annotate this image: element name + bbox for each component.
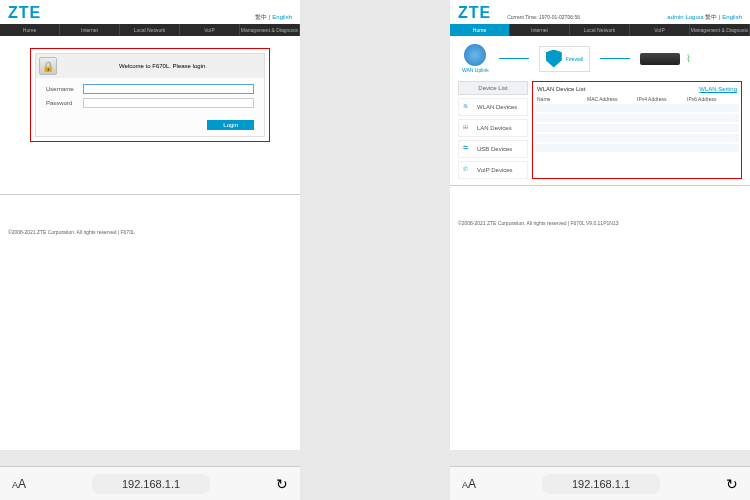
shield-icon <box>546 50 562 68</box>
top-nav: Home Internet Local Network VoIP Managem… <box>0 24 300 36</box>
network-topology: WAN Uplink Firewall ⌇ <box>450 36 750 81</box>
text-size-button[interactable]: AA <box>462 477 476 491</box>
panel-title: WLAN Device List <box>537 86 585 92</box>
lang-link[interactable]: English <box>722 14 742 20</box>
wifi-icon: ⌇ <box>686 53 691 64</box>
table-row <box>535 134 739 142</box>
login-screenshot: ZTE 繁中 | English Home Internet Local Net… <box>0 0 300 450</box>
router-icon[interactable] <box>640 53 680 65</box>
nav-mgmt[interactable]: Management & Diagnosis <box>690 24 750 36</box>
browser-toolbar: AA 192.168.1.1 ↻ <box>0 466 300 500</box>
nav-home[interactable]: Home <box>450 24 510 36</box>
browser-toolbar: AA 192.168.1.1 ↻ <box>450 466 750 500</box>
firewall-label[interactable]: Firewall <box>566 56 583 62</box>
globe-icon <box>464 44 486 66</box>
nav-home[interactable]: Home <box>0 24 60 36</box>
wan-label[interactable]: WAN Uplink <box>462 67 489 73</box>
sidebar-item-wlan[interactable]: ≋WLAN Devices <box>458 98 528 116</box>
username-label: Username <box>46 86 83 92</box>
login-button[interactable]: Login <box>207 120 254 130</box>
username-input[interactable] <box>83 84 254 94</box>
logout-link[interactable]: Logout <box>685 14 703 20</box>
table-row <box>535 114 739 122</box>
device-sidebar: Device List ≋WLAN Devices ⊞LAN Devices ⇋… <box>458 81 528 179</box>
nav-internet[interactable]: Internet <box>60 24 120 36</box>
reload-icon[interactable]: ↻ <box>726 476 738 492</box>
address-bar[interactable]: 192.168.1.1 <box>92 474 210 494</box>
nav-local[interactable]: Local Network <box>570 24 630 36</box>
home-screenshot: ZTE Current Time: 1970-01-02T06:56 admin… <box>450 0 750 450</box>
login-title: Welcome to F670L. Please login. <box>65 63 261 69</box>
table-row <box>535 104 739 112</box>
nav-voip[interactable]: VoIP <box>180 24 240 36</box>
login-box-highlight: 🔒 Welcome to F670L. Please login. Userna… <box>30 48 270 142</box>
sidebar-header: Device List <box>458 81 528 95</box>
address-bar[interactable]: 192.168.1.1 <box>542 474 660 494</box>
table-row <box>535 124 739 132</box>
lang-switch[interactable]: 繁中 | English <box>255 13 292 22</box>
sidebar-item-voip[interactable]: ✆VoIP Devices <box>458 161 528 179</box>
brand-logo: ZTE <box>8 4 41 22</box>
reload-icon[interactable]: ↻ <box>276 476 288 492</box>
admin-link[interactable]: admin <box>667 14 683 20</box>
password-input[interactable] <box>83 98 254 108</box>
text-size-button[interactable]: AA <box>12 477 26 491</box>
footer-copyright: ©2008-2021 ZTE Corporation. All rights r… <box>0 225 300 239</box>
nav-voip[interactable]: VoIP <box>630 24 690 36</box>
top-nav: Home Internet Local Network VoIP Managem… <box>450 24 750 36</box>
nav-internet[interactable]: Internet <box>510 24 570 36</box>
sidebar-item-lan[interactable]: ⊞LAN Devices <box>458 119 528 137</box>
table-header: Name MAC Address IPv4 Address IPv6 Addre… <box>535 94 739 104</box>
password-label: Password <box>46 100 83 106</box>
footer-copyright: ©2008-2021 ZTE Corporation. All rights r… <box>450 216 750 230</box>
sidebar-item-usb[interactable]: ⇋USB Devices <box>458 140 528 158</box>
lock-icon: 🔒 <box>39 57 57 75</box>
wlan-panel-highlight: WLAN Device List WLAN Setting Name MAC A… <box>532 81 742 179</box>
table-row <box>535 144 739 152</box>
wlan-setting-link[interactable]: WLAN Setting <box>699 86 737 92</box>
brand-logo: ZTE <box>458 4 491 22</box>
current-time: Current Time: 1970-01-02T06:56 <box>499 12 588 22</box>
nav-local[interactable]: Local Network <box>120 24 180 36</box>
nav-mgmt[interactable]: Management & Diagnosis <box>240 24 300 36</box>
